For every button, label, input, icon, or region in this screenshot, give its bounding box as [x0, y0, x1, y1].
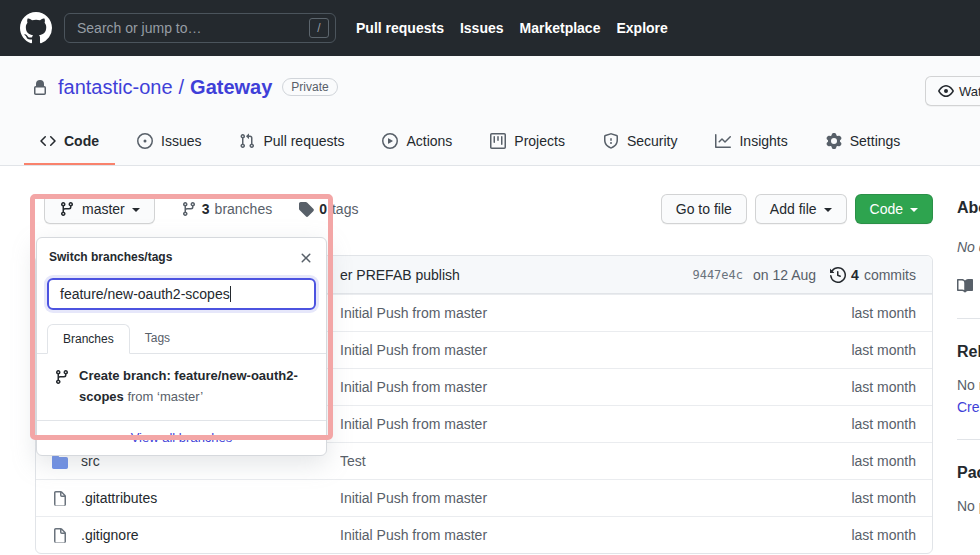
close-icon[interactable] [298, 248, 314, 266]
tab-insights[interactable]: Insights [699, 120, 803, 165]
file-name-link[interactable]: .gitignore [81, 527, 340, 543]
branch-filter-input[interactable]: feature/new-oauth2-scopes [47, 278, 316, 310]
file-age: last month [851, 342, 932, 358]
file-name-link[interactable]: .gitattributes [81, 490, 340, 506]
releases-empty-text: No releases published [957, 377, 980, 393]
repo-owner-link[interactable]: fantastic-one [58, 76, 173, 99]
text-cursor [230, 286, 231, 302]
releases-title: Releases [957, 343, 980, 361]
git-branch-icon [181, 201, 197, 217]
view-all-branches-link[interactable]: View all branches [37, 420, 326, 455]
lock-icon [32, 76, 48, 99]
git-pull-request-icon [239, 133, 255, 149]
repo-content: master 3 branches 0 tags Go to file Add … [0, 166, 980, 552]
file-age: last month [851, 453, 932, 469]
nav-marketplace[interactable]: Marketplace [520, 20, 601, 36]
search-input[interactable]: Search or jump to… / [64, 13, 336, 43]
play-icon [382, 133, 398, 149]
book-icon [957, 278, 973, 294]
repo-tab-bar: Code Issues Pull requests Actions Projec… [0, 120, 980, 165]
tag-icon [298, 201, 314, 217]
breadcrumb: fantastic-one / Gateway Private [0, 72, 980, 102]
popup-tab-branches[interactable]: Branches [47, 324, 130, 354]
tab-projects[interactable]: Projects [474, 120, 581, 165]
commit-message-link[interactable]: Initial Push from master [340, 416, 851, 432]
global-header: Search or jump to… / Pull requests Issue… [0, 0, 980, 56]
repo-description: No description, website, or topics provi… [957, 237, 980, 258]
file-age: last month [851, 305, 932, 321]
tab-code[interactable]: Code [24, 120, 115, 165]
file-age: last month [851, 527, 932, 543]
tab-security[interactable]: Security [587, 120, 694, 165]
popup-tab-tags[interactable]: Tags [130, 324, 185, 353]
commit-message-link[interactable]: Initial Push from master [340, 379, 851, 395]
divider [957, 318, 980, 319]
latest-commit-message[interactable]: er PREFAB publish [340, 267, 460, 283]
github-logo-icon[interactable] [20, 12, 52, 44]
commit-hash-link[interactable]: 9447e4c [692, 268, 743, 282]
top-nav: Pull requests Issues Marketplace Explore [356, 20, 668, 36]
issue-opened-icon [137, 133, 153, 149]
branch-select-button[interactable]: master [44, 194, 155, 224]
breadcrumb-separator: / [179, 76, 185, 99]
search-placeholder: Search or jump to… [77, 20, 202, 36]
watch-button[interactable]: Watch [925, 76, 980, 106]
code-button[interactable]: Code [855, 194, 933, 224]
table-row: .gitignore Initial Push from master last… [36, 516, 932, 553]
commit-message-link[interactable]: Test [340, 453, 851, 469]
tab-issues[interactable]: Issues [121, 120, 217, 165]
divider [957, 439, 980, 440]
chevron-down-icon [910, 208, 918, 216]
chevron-down-icon [824, 208, 832, 216]
current-branch-label: master [82, 201, 125, 217]
nav-issues[interactable]: Issues [460, 20, 504, 36]
packages-title: Packages [957, 464, 980, 482]
file-icon [52, 526, 68, 543]
table-row: .gitattributes Initial Push from master … [36, 479, 932, 516]
git-branch-icon [59, 201, 75, 217]
history-icon [830, 267, 846, 283]
create-release-link[interactable]: Create a new release [957, 399, 980, 415]
commit-message-link[interactable]: Initial Push from master [340, 527, 851, 543]
branch-switch-popup: Switch branches/tags feature/new-oauth2-… [36, 237, 327, 456]
visibility-badge: Private [282, 78, 337, 96]
create-branch-source: from ‘master’ [124, 389, 203, 404]
shield-icon [603, 133, 619, 149]
repo-name-link[interactable]: Gateway [190, 76, 272, 99]
readme-link[interactable]: Readme [957, 278, 980, 294]
file-age: last month [851, 379, 932, 395]
add-file-button[interactable]: Add file [755, 194, 847, 224]
tags-link[interactable]: 0 tags [298, 201, 358, 217]
nav-pull-requests[interactable]: Pull requests [356, 20, 444, 36]
popup-title: Switch branches/tags [49, 250, 172, 264]
file-age: last month [851, 490, 932, 506]
file-navigation-toolbar: master 3 branches 0 tags Go to file Add … [35, 194, 933, 224]
create-branch-item[interactable]: Create branch: feature/new-oauth2-scopes… [37, 354, 326, 420]
about-title: About [957, 199, 980, 217]
commit-history-link[interactable]: 4 commits [830, 267, 916, 283]
graph-icon [715, 133, 731, 149]
commit-date: on 12 Aug [753, 267, 816, 283]
slash-key-hint: / [309, 18, 329, 38]
code-icon [40, 133, 56, 149]
repo-sidebar: About No description, website, or topics… [957, 199, 980, 514]
packages-empty-text: No packages published [957, 498, 980, 514]
tab-settings[interactable]: Settings [810, 120, 917, 165]
commit-message-link[interactable]: Initial Push from master [340, 490, 851, 506]
tab-pull-requests[interactable]: Pull requests [223, 120, 360, 165]
repo-header: fantastic-one / Gateway Private Code Iss… [0, 56, 980, 166]
go-to-file-button[interactable]: Go to file [661, 194, 747, 224]
chevron-down-icon [132, 208, 140, 216]
branches-link[interactable]: 3 branches [181, 201, 272, 217]
tab-actions[interactable]: Actions [366, 120, 468, 165]
file-age: last month [851, 416, 932, 432]
project-icon [490, 133, 506, 149]
commit-message-link[interactable]: Initial Push from master [340, 342, 851, 358]
commit-message-link[interactable]: Initial Push from master [340, 305, 851, 321]
file-icon [52, 489, 68, 506]
nav-explore[interactable]: Explore [616, 20, 667, 36]
git-branch-icon [54, 369, 70, 385]
eye-icon [938, 83, 954, 99]
gear-icon [826, 133, 842, 149]
